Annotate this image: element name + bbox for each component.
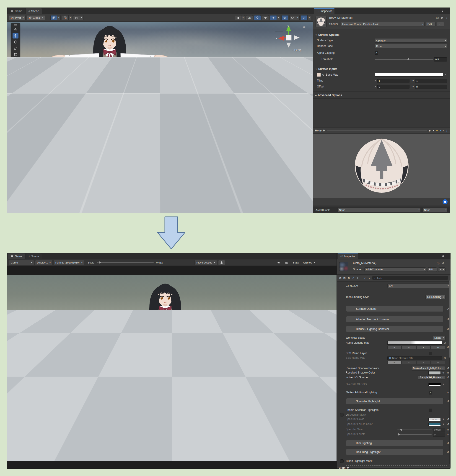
reset-icon[interactable]: ↺ — [447, 450, 449, 454]
scene-audio-toggle[interactable] — [262, 15, 269, 20]
inspector-menu-icon[interactable]: ⋮ — [446, 9, 448, 12]
threshold-slider[interactable] — [375, 59, 433, 60]
camera-caret[interactable]: ▾ — [296, 15, 300, 20]
debug-button[interactable] — [218, 260, 225, 265]
shader-dropdown[interactable]: Universal Render Pipeline/Unlit — [341, 22, 425, 26]
resolution-dropdown[interactable]: Full HD (1920x1080) — [53, 260, 84, 265]
eye-right-icon[interactable]: ◑ — [368, 276, 370, 280]
help-icon[interactable]: ⓘ — [436, 16, 439, 20]
tab-game[interactable]: Game — [8, 254, 25, 259]
shading-mode-caret[interactable]: ▾ — [241, 15, 245, 20]
presets-swap-icon[interactable]: ⇄ — [442, 262, 444, 265]
sss-layer-checkbox[interactable] — [429, 352, 432, 355]
panel-menu-icon[interactable]: ⋮ — [332, 254, 335, 258]
gizmos-dropdown[interactable]: Gizmos — [301, 260, 316, 265]
persp-label[interactable]: ‹ Persp — [292, 49, 301, 52]
help-icon[interactable]: ⓘ — [437, 262, 439, 265]
gizmos-toggle[interactable] — [301, 15, 307, 20]
search-field[interactable]: ➤Auto — [372, 276, 448, 280]
stats-grid-button[interactable] — [283, 260, 290, 265]
preview-menu-icon[interactable]: ⋮ — [446, 129, 448, 132]
eyedropper-icon[interactable]: ✎ — [442, 418, 445, 421]
reset-icon[interactable]: ↺ — [447, 327, 449, 331]
mute-audio-button[interactable] — [275, 260, 282, 265]
preview-sphere-icon[interactable]: ● — [433, 129, 434, 132]
reset-icon[interactable]: ↺ — [447, 441, 449, 445]
shading-mode-button[interactable] — [235, 15, 241, 20]
render-face-dropdown[interactable]: Front — [375, 44, 447, 48]
shader-dropdown[interactable]: ASP/Character — [364, 267, 426, 272]
game-view-dropdown[interactable]: Game — [9, 260, 34, 265]
flatten-checkbox[interactable]: ✓ — [429, 391, 432, 394]
eyedropper-icon[interactable]: ✎ — [444, 73, 447, 76]
reset-icon[interactable]: ↺ — [447, 345, 449, 349]
texture-picker-icon[interactable]: ⊙ — [346, 413, 348, 416]
transform-tool[interactable] — [13, 58, 18, 63]
preview-play-icon[interactable]: ▶ — [429, 129, 431, 132]
effects-caret[interactable]: ▾ — [277, 15, 280, 20]
material-thumbnail[interactable] — [339, 262, 348, 271]
threshold-value-field[interactable]: 0.5 — [434, 57, 447, 61]
object-picker-icon[interactable]: ⊙ — [443, 341, 447, 344]
inspector-menu-icon[interactable]: ⋮ — [446, 254, 449, 258]
material-preview[interactable] — [313, 134, 450, 198]
language-dropdown[interactable]: EN — [387, 284, 450, 288]
tool-strip-handle[interactable] — [14, 24, 17, 26]
rotate-tool[interactable] — [13, 39, 18, 45]
tab-game[interactable]: Game — [8, 8, 25, 14]
eyedropper-icon[interactable]: ✎ — [442, 423, 445, 426]
grid-snap-caret[interactable]: ▾ — [69, 15, 72, 20]
assetbundle-dropdown[interactable]: None — [337, 208, 421, 212]
assetbundle-variant-dropdown[interactable]: None — [422, 208, 447, 212]
asset-label-icon[interactable] — [443, 199, 447, 204]
gizmo-lock-icon[interactable] — [303, 26, 306, 29]
scale-slider[interactable] — [97, 262, 154, 263]
workflow-dropdown[interactable]: Linear — [433, 336, 446, 340]
ramp-refresh-button[interactable]: ↻ — [431, 346, 445, 349]
context-menu-icon[interactable]: ⋮ — [446, 262, 449, 265]
rect-tool[interactable] — [13, 51, 18, 57]
shader-edit-button[interactable]: Edit... — [426, 22, 436, 26]
gizmos-caret[interactable]: ▾ — [307, 15, 311, 20]
plus-icon[interactable]: + — [357, 276, 359, 280]
preset-button[interactable]: ≡ — [438, 267, 446, 272]
stats-button[interactable]: Stats — [291, 260, 300, 265]
cut-icon[interactable]: ✕ — [348, 276, 350, 280]
ramp-add-button[interactable]: + — [417, 346, 431, 349]
base-map-texture-icon[interactable] — [317, 73, 321, 77]
shadow-behavior-dropdown[interactable]: DarkenRampLightByColor — [411, 366, 445, 371]
specular-falloff-slider[interactable] — [397, 434, 432, 435]
2d-toggle[interactable]: 2D — [246, 15, 253, 20]
inspector-lock-icon[interactable] — [441, 9, 444, 12]
toon-shading-dropdown[interactable]: CelShading — [425, 295, 446, 299]
grid-visibility-button[interactable] — [50, 15, 57, 20]
override-gi-swatch[interactable] — [429, 383, 441, 386]
grid-snap-button[interactable] — [62, 15, 69, 20]
scene-viewport[interactable]: y x ‹ Persp — [7, 22, 313, 213]
preview-env-icon[interactable]: ● — [440, 129, 444, 132]
preview-light-icon[interactable]: ❋ — [436, 129, 438, 132]
sss-add-button[interactable]: + — [417, 361, 431, 364]
paste-icon[interactable]: ⧉ — [343, 276, 345, 280]
object-picker-icon[interactable]: ⊙ — [443, 357, 447, 360]
texture-picker-icon[interactable]: ⊙ — [346, 459, 348, 463]
check-icon[interactable]: ✓ — [352, 276, 355, 280]
move-snap-caret[interactable]: ▾ — [80, 15, 83, 20]
texture-picker-icon[interactable]: ⊙ — [322, 73, 325, 76]
base-map-color-swatch[interactable] — [375, 73, 443, 76]
gi-source-dropdown[interactable]: SampleSH_Flatten — [418, 375, 445, 380]
presets-swap-icon[interactable]: ⇄ — [441, 16, 443, 20]
scene-visibility-toggle[interactable] — [281, 15, 288, 20]
specular-size-slider[interactable] — [397, 430, 432, 430]
sss-pencil-button[interactable]: ✎ — [387, 361, 402, 364]
shadow-color-swatch[interactable] — [429, 371, 441, 375]
section-albedo[interactable]: Albedo / Normal / Emission — [346, 316, 444, 322]
ramp-gradient[interactable] — [387, 341, 442, 345]
scene-lighting-toggle[interactable] — [254, 15, 261, 20]
character-model[interactable] — [7, 275, 336, 461]
tab-scene[interactable]: #Scene — [26, 8, 42, 14]
enable-specular-checkbox[interactable] — [429, 408, 432, 412]
sss-refresh-button[interactable]: ↻ — [431, 361, 445, 364]
ramp-preset-button[interactable]: ≡ — [402, 346, 416, 349]
tiling-y-field[interactable]: 1 — [415, 79, 447, 83]
